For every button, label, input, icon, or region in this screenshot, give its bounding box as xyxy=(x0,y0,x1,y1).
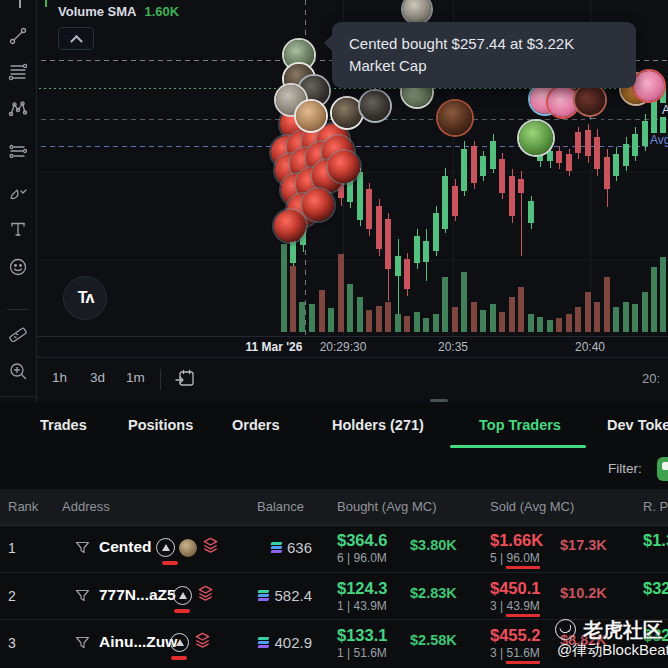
candle-body xyxy=(385,219,391,269)
trader-avatar xyxy=(438,101,472,135)
emoji-tool-icon[interactable] xyxy=(0,250,36,284)
col-rank[interactable]: Rank xyxy=(8,499,38,514)
volume-bar xyxy=(357,297,363,332)
bought-avg-mc: $2.58K xyxy=(410,632,457,648)
tab-holders[interactable]: Holders (271) xyxy=(332,417,424,433)
time-axis[interactable]: 11 Mar '2620:29:3020:3520:40 xyxy=(36,336,668,358)
text-tool-icon[interactable] xyxy=(0,212,36,246)
timeframe-1h[interactable]: 1h xyxy=(52,370,67,385)
crosshair-icon[interactable] xyxy=(19,0,21,8)
tab-trades[interactable]: Trades xyxy=(40,417,87,433)
trader-avatar-badge[interactable] xyxy=(179,539,197,557)
candle-body xyxy=(414,236,420,263)
zoom-in-icon[interactable] xyxy=(0,354,36,388)
candle-body xyxy=(632,134,638,156)
volume-bar xyxy=(442,277,448,332)
trader-avatar xyxy=(332,98,362,128)
candle-body xyxy=(395,256,401,276)
candle-body xyxy=(585,130,591,156)
go-to-date-icon[interactable] xyxy=(174,368,196,394)
volume-bar xyxy=(632,304,638,332)
col-address[interactable]: Address xyxy=(62,499,110,514)
tab-dev-tokens[interactable]: Dev Toke xyxy=(607,417,668,433)
col-bought[interactable]: Bought (Avg MC) xyxy=(337,499,436,514)
trader-avatar xyxy=(519,121,553,155)
rank: 1 xyxy=(8,540,16,556)
timeframe-1m[interactable]: 1m xyxy=(126,370,145,385)
candle-body xyxy=(490,141,496,169)
volume-bar xyxy=(651,267,657,332)
tab-orders[interactable]: Orders xyxy=(232,417,280,433)
xabcd-pattern-icon[interactable] xyxy=(0,92,36,126)
sold-detail: 3 | 43.9M xyxy=(490,599,540,617)
indicator-legend[interactable]: Volume SMA1.60K xyxy=(58,4,179,19)
candle-body xyxy=(290,240,296,263)
volume-bar xyxy=(509,297,515,332)
bought-value: $364.6 xyxy=(337,531,387,550)
toolbar-divider xyxy=(7,309,29,310)
time-axis-label: 11 Mar '26 xyxy=(246,340,303,354)
badge-group xyxy=(170,631,212,654)
trading-app: AAvg← Volume SMA1.60K Cented bought $257… xyxy=(0,0,668,668)
col-balance[interactable]: Balance xyxy=(257,499,304,514)
candle-body xyxy=(623,144,629,166)
bought-detail: 6 | 96.0M xyxy=(337,551,387,565)
volume-bar xyxy=(461,272,467,332)
rank: 2 xyxy=(8,588,16,604)
volume-bar xyxy=(366,310,372,332)
stack-badge-icon[interactable] xyxy=(201,536,220,559)
volume-bar xyxy=(528,314,534,332)
candle-body xyxy=(376,206,382,249)
balance-value: 582.4 xyxy=(274,587,312,604)
trader-name[interactable]: 777N...aZ5 xyxy=(99,586,176,604)
trader-name[interactable]: Ainu...Zuw xyxy=(99,633,177,651)
tradingview-logo[interactable]: Tʌ xyxy=(63,276,107,320)
tab-top-traders[interactable]: Top Traders xyxy=(479,417,561,433)
collapse-indicator-button[interactable] xyxy=(58,27,94,50)
volume-bar xyxy=(385,302,391,332)
volume-bar xyxy=(594,302,600,332)
table-row[interactable]: 2 777N...aZ5 582.4 $124.3 1 | 43.9M $2.8… xyxy=(0,572,668,620)
volume-bar xyxy=(537,317,543,332)
long-position-icon[interactable] xyxy=(0,135,36,169)
volume-bar xyxy=(566,314,572,332)
funnel-icon[interactable] xyxy=(74,587,91,608)
candle-body xyxy=(594,137,600,169)
candle-body xyxy=(604,157,610,189)
trader-avatar xyxy=(548,87,578,117)
table-header: Rank Address Balance Bought (Avg MC) Sol… xyxy=(0,489,668,526)
candle-body xyxy=(461,149,467,191)
sold-indicator-pill xyxy=(171,656,187,660)
tooltip-text: Cented bought $257.44 at $3.22K Market C… xyxy=(349,35,574,74)
stack-badge-icon[interactable] xyxy=(193,631,212,654)
col-sold[interactable]: Sold (Avg MC) xyxy=(490,499,574,514)
pump-badge-icon[interactable] xyxy=(156,538,175,557)
funnel-icon[interactable] xyxy=(74,634,91,655)
pump-badge-icon[interactable] xyxy=(170,633,189,652)
candle-body xyxy=(528,201,534,223)
timeframe-3d[interactable]: 3d xyxy=(90,370,105,385)
volume-bar xyxy=(480,310,486,332)
indicator-value: 1.60K xyxy=(145,4,180,19)
tab-positions[interactable]: Positions xyxy=(128,417,193,433)
fib-retracement-icon[interactable] xyxy=(0,55,36,89)
col-rpnl[interactable]: R. P xyxy=(643,499,668,514)
candle-body xyxy=(433,213,439,251)
table-row[interactable]: 1 Cented 636 $364.6 6 | 96.0M $3.80K $1.… xyxy=(0,525,668,572)
stack-badge-icon[interactable] xyxy=(196,584,215,607)
trader-avatar xyxy=(274,210,306,242)
ruler-icon[interactable] xyxy=(0,315,36,349)
volume-bar xyxy=(585,292,591,332)
watermark-handle: @律动BlockBeats xyxy=(557,641,668,660)
candle-body xyxy=(480,156,486,176)
pump-badge-icon[interactable] xyxy=(173,586,192,605)
candle-body xyxy=(404,259,410,289)
volume-bar xyxy=(395,314,401,332)
trader-name[interactable]: Cented xyxy=(99,538,152,556)
filter-avatar-button[interactable] xyxy=(657,457,668,481)
trend-line-icon[interactable] xyxy=(0,19,36,53)
brush-icon[interactable] xyxy=(0,177,36,211)
volume-bar xyxy=(490,304,496,332)
bought-detail: 1 | 43.9M xyxy=(337,599,387,613)
funnel-icon[interactable] xyxy=(74,539,91,560)
